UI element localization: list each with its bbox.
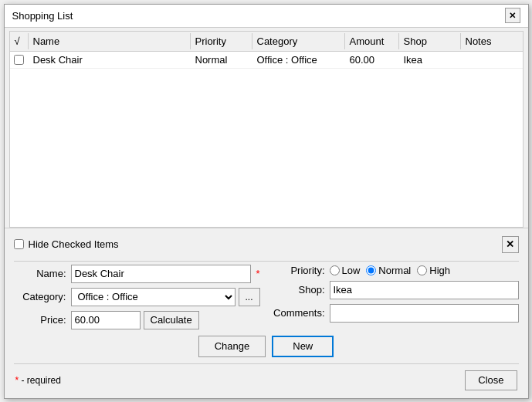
priority-group: Low Normal High	[330, 265, 451, 276]
separator	[14, 261, 519, 262]
footer: * - required Close	[9, 367, 524, 394]
comments-row: Comments:	[273, 304, 519, 323]
browse-button[interactable]: ...	[239, 288, 260, 306]
form-area: Name: * Category: Office : Office Food E…	[9, 265, 524, 329]
row-shop: Ikea	[399, 52, 461, 68]
price-row: Price: Calculate	[14, 311, 260, 329]
priority-normal-radio[interactable]	[366, 265, 376, 275]
col-amount: Amount	[345, 33, 399, 49]
col-name: Name	[29, 33, 191, 49]
priority-row: Priority: Low Normal High	[273, 265, 519, 276]
priority-high-radio[interactable]	[417, 265, 427, 275]
shop-row: Shop:	[273, 281, 519, 299]
priority-label: Priority:	[273, 265, 325, 276]
name-required-star: *	[256, 268, 259, 279]
calculate-button[interactable]: Calculate	[144, 311, 199, 329]
col-checked: √	[10, 33, 29, 49]
required-text: - required	[22, 375, 61, 386]
priority-low-text: Low	[342, 265, 361, 276]
title-close-button[interactable]: ✕	[505, 8, 520, 23]
table-header: √ Name Priority Category Amount Shop Not…	[10, 32, 523, 52]
category-controls: Office : Office Food Electronics Clothin…	[71, 288, 260, 306]
name-row: Name: *	[14, 265, 260, 283]
required-note: * - required	[15, 375, 61, 386]
shopping-list-dialog: Shopping List ✕ √ Name Priority Category…	[4, 4, 529, 399]
hide-checked-text: Hide Checked Items	[29, 238, 119, 250]
hide-checked-checkbox[interactable]	[14, 239, 24, 249]
row-notes	[461, 52, 523, 68]
priority-low-radio[interactable]	[330, 265, 340, 275]
price-input[interactable]	[71, 311, 141, 329]
col-notes: Notes	[461, 33, 523, 49]
category-select[interactable]: Office : Office Food Electronics Clothin…	[71, 288, 236, 306]
category-label: Category:	[14, 291, 66, 302]
new-button[interactable]: New	[272, 336, 334, 357]
shopping-list-table: √ Name Priority Category Amount Shop Not…	[9, 31, 524, 228]
hide-checked-row: Hide Checked Items ✕	[9, 233, 524, 256]
name-input[interactable]	[71, 265, 252, 283]
comments-input[interactable]	[330, 304, 519, 323]
form-right: Priority: Low Normal High	[273, 265, 519, 329]
price-label: Price:	[14, 314, 66, 326]
price-controls: Calculate	[71, 311, 199, 329]
bottom-panel: Hide Checked Items ✕ Name: * Category:	[5, 228, 528, 398]
priority-normal-label[interactable]: Normal	[366, 265, 411, 276]
table-row[interactable]: Desk Chair Normal Office : Office 60.00 …	[10, 52, 523, 69]
clear-button[interactable]: ✕	[502, 236, 519, 253]
col-priority: Priority	[191, 33, 252, 49]
row-checkbox-cell[interactable]	[10, 52, 29, 68]
action-row: Change New	[9, 329, 524, 360]
priority-low-label[interactable]: Low	[330, 265, 361, 276]
hide-checked-label[interactable]: Hide Checked Items	[14, 238, 119, 250]
title-bar: Shopping List ✕	[5, 5, 528, 28]
row-amount: 60.00	[345, 52, 399, 68]
name-label: Name:	[14, 268, 66, 279]
form-left: Name: * Category: Office : Office Food E…	[14, 265, 260, 329]
dialog-title: Shopping List	[12, 10, 73, 22]
shop-input[interactable]	[330, 281, 519, 299]
col-category: Category	[252, 33, 345, 49]
priority-normal-text: Normal	[378, 265, 411, 276]
category-row: Category: Office : Office Food Electroni…	[14, 288, 260, 306]
change-button[interactable]: Change	[198, 336, 266, 357]
col-shop: Shop	[399, 33, 461, 49]
comments-label: Comments:	[273, 307, 325, 319]
row-checkbox[interactable]	[14, 55, 24, 65]
priority-high-label[interactable]: High	[417, 265, 450, 276]
priority-high-text: High	[429, 265, 450, 276]
footer-separator	[14, 363, 519, 364]
row-category: Office : Office	[252, 52, 345, 68]
close-dialog-button[interactable]: Close	[465, 370, 517, 390]
row-name: Desk Chair	[29, 52, 191, 68]
row-priority: Normal	[191, 52, 252, 68]
shop-label: Shop:	[273, 284, 325, 296]
required-star: *	[15, 375, 19, 386]
